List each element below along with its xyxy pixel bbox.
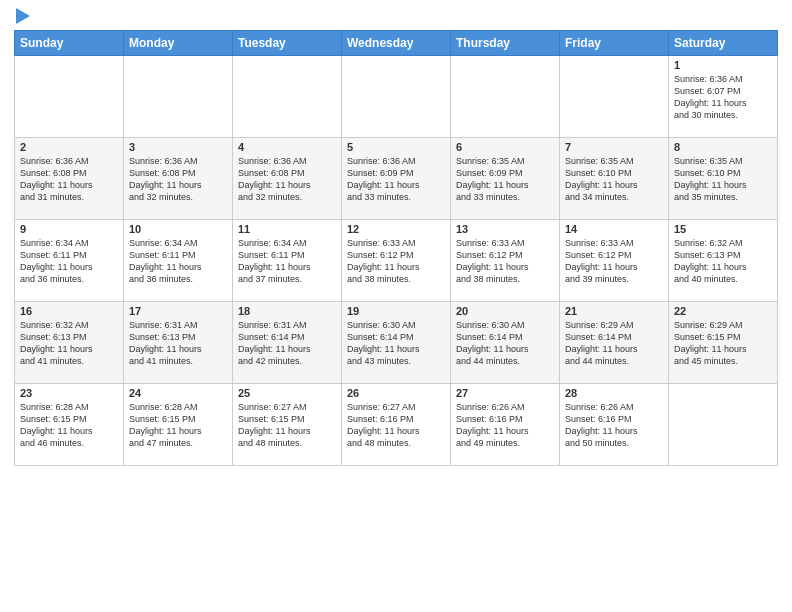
day-info: Sunrise: 6:36 AM Sunset: 6:08 PM Dayligh… xyxy=(20,155,118,204)
day-number: 5 xyxy=(347,141,445,153)
calendar-cell: 27Sunrise: 6:26 AM Sunset: 6:16 PM Dayli… xyxy=(451,384,560,466)
day-info: Sunrise: 6:33 AM Sunset: 6:12 PM Dayligh… xyxy=(456,237,554,286)
day-number: 14 xyxy=(565,223,663,235)
weekday-header-saturday: Saturday xyxy=(669,31,778,56)
calendar-cell: 19Sunrise: 6:30 AM Sunset: 6:14 PM Dayli… xyxy=(342,302,451,384)
day-number: 17 xyxy=(129,305,227,317)
day-number: 21 xyxy=(565,305,663,317)
calendar-cell: 22Sunrise: 6:29 AM Sunset: 6:15 PM Dayli… xyxy=(669,302,778,384)
calendar-cell: 2Sunrise: 6:36 AM Sunset: 6:08 PM Daylig… xyxy=(15,138,124,220)
calendar-cell xyxy=(560,56,669,138)
logo xyxy=(14,10,30,24)
calendar-cell: 25Sunrise: 6:27 AM Sunset: 6:15 PM Dayli… xyxy=(233,384,342,466)
calendar-cell xyxy=(451,56,560,138)
calendar-cell: 18Sunrise: 6:31 AM Sunset: 6:14 PM Dayli… xyxy=(233,302,342,384)
day-number: 1 xyxy=(674,59,772,71)
week-row-2: 9Sunrise: 6:34 AM Sunset: 6:11 PM Daylig… xyxy=(15,220,778,302)
day-info: Sunrise: 6:36 AM Sunset: 6:09 PM Dayligh… xyxy=(347,155,445,204)
calendar-cell xyxy=(342,56,451,138)
calendar-cell: 28Sunrise: 6:26 AM Sunset: 6:16 PM Dayli… xyxy=(560,384,669,466)
day-number: 12 xyxy=(347,223,445,235)
day-info: Sunrise: 6:31 AM Sunset: 6:13 PM Dayligh… xyxy=(129,319,227,368)
day-info: Sunrise: 6:26 AM Sunset: 6:16 PM Dayligh… xyxy=(565,401,663,450)
day-number: 28 xyxy=(565,387,663,399)
header xyxy=(14,10,778,24)
day-number: 11 xyxy=(238,223,336,235)
calendar-cell: 23Sunrise: 6:28 AM Sunset: 6:15 PM Dayli… xyxy=(15,384,124,466)
calendar-cell: 17Sunrise: 6:31 AM Sunset: 6:13 PM Dayli… xyxy=(124,302,233,384)
calendar-cell xyxy=(233,56,342,138)
day-info: Sunrise: 6:32 AM Sunset: 6:13 PM Dayligh… xyxy=(674,237,772,286)
calendar-cell: 4Sunrise: 6:36 AM Sunset: 6:08 PM Daylig… xyxy=(233,138,342,220)
day-number: 24 xyxy=(129,387,227,399)
day-number: 15 xyxy=(674,223,772,235)
day-info: Sunrise: 6:28 AM Sunset: 6:15 PM Dayligh… xyxy=(20,401,118,450)
calendar-cell: 24Sunrise: 6:28 AM Sunset: 6:15 PM Dayli… xyxy=(124,384,233,466)
calendar-cell xyxy=(124,56,233,138)
day-info: Sunrise: 6:27 AM Sunset: 6:15 PM Dayligh… xyxy=(238,401,336,450)
day-info: Sunrise: 6:36 AM Sunset: 6:08 PM Dayligh… xyxy=(129,155,227,204)
calendar-cell: 12Sunrise: 6:33 AM Sunset: 6:12 PM Dayli… xyxy=(342,220,451,302)
day-info: Sunrise: 6:26 AM Sunset: 6:16 PM Dayligh… xyxy=(456,401,554,450)
weekday-header-wednesday: Wednesday xyxy=(342,31,451,56)
calendar-cell: 8Sunrise: 6:35 AM Sunset: 6:10 PM Daylig… xyxy=(669,138,778,220)
calendar-cell: 5Sunrise: 6:36 AM Sunset: 6:09 PM Daylig… xyxy=(342,138,451,220)
page: SundayMondayTuesdayWednesdayThursdayFrid… xyxy=(0,0,792,612)
day-number: 2 xyxy=(20,141,118,153)
calendar-cell: 3Sunrise: 6:36 AM Sunset: 6:08 PM Daylig… xyxy=(124,138,233,220)
day-number: 6 xyxy=(456,141,554,153)
day-number: 8 xyxy=(674,141,772,153)
day-number: 13 xyxy=(456,223,554,235)
week-row-4: 23Sunrise: 6:28 AM Sunset: 6:15 PM Dayli… xyxy=(15,384,778,466)
day-info: Sunrise: 6:33 AM Sunset: 6:12 PM Dayligh… xyxy=(565,237,663,286)
calendar: SundayMondayTuesdayWednesdayThursdayFrid… xyxy=(14,30,778,466)
day-number: 22 xyxy=(674,305,772,317)
day-info: Sunrise: 6:36 AM Sunset: 6:08 PM Dayligh… xyxy=(238,155,336,204)
calendar-cell: 7Sunrise: 6:35 AM Sunset: 6:10 PM Daylig… xyxy=(560,138,669,220)
day-info: Sunrise: 6:35 AM Sunset: 6:10 PM Dayligh… xyxy=(674,155,772,204)
day-number: 18 xyxy=(238,305,336,317)
weekday-header-thursday: Thursday xyxy=(451,31,560,56)
weekday-header-monday: Monday xyxy=(124,31,233,56)
weekday-header-sunday: Sunday xyxy=(15,31,124,56)
day-info: Sunrise: 6:33 AM Sunset: 6:12 PM Dayligh… xyxy=(347,237,445,286)
day-number: 27 xyxy=(456,387,554,399)
day-info: Sunrise: 6:35 AM Sunset: 6:09 PM Dayligh… xyxy=(456,155,554,204)
day-number: 4 xyxy=(238,141,336,153)
calendar-cell: 21Sunrise: 6:29 AM Sunset: 6:14 PM Dayli… xyxy=(560,302,669,384)
calendar-cell: 11Sunrise: 6:34 AM Sunset: 6:11 PM Dayli… xyxy=(233,220,342,302)
calendar-cell: 13Sunrise: 6:33 AM Sunset: 6:12 PM Dayli… xyxy=(451,220,560,302)
weekday-header-row: SundayMondayTuesdayWednesdayThursdayFrid… xyxy=(15,31,778,56)
calendar-cell: 15Sunrise: 6:32 AM Sunset: 6:13 PM Dayli… xyxy=(669,220,778,302)
day-info: Sunrise: 6:28 AM Sunset: 6:15 PM Dayligh… xyxy=(129,401,227,450)
day-number: 9 xyxy=(20,223,118,235)
day-info: Sunrise: 6:30 AM Sunset: 6:14 PM Dayligh… xyxy=(347,319,445,368)
day-number: 3 xyxy=(129,141,227,153)
day-number: 25 xyxy=(238,387,336,399)
calendar-cell: 1Sunrise: 6:36 AM Sunset: 6:07 PM Daylig… xyxy=(669,56,778,138)
weekday-header-tuesday: Tuesday xyxy=(233,31,342,56)
day-info: Sunrise: 6:36 AM Sunset: 6:07 PM Dayligh… xyxy=(674,73,772,122)
day-info: Sunrise: 6:34 AM Sunset: 6:11 PM Dayligh… xyxy=(238,237,336,286)
week-row-1: 2Sunrise: 6:36 AM Sunset: 6:08 PM Daylig… xyxy=(15,138,778,220)
day-info: Sunrise: 6:31 AM Sunset: 6:14 PM Dayligh… xyxy=(238,319,336,368)
calendar-cell xyxy=(669,384,778,466)
logo-arrow-icon xyxy=(16,8,30,24)
calendar-cell: 16Sunrise: 6:32 AM Sunset: 6:13 PM Dayli… xyxy=(15,302,124,384)
day-info: Sunrise: 6:29 AM Sunset: 6:14 PM Dayligh… xyxy=(565,319,663,368)
day-info: Sunrise: 6:29 AM Sunset: 6:15 PM Dayligh… xyxy=(674,319,772,368)
day-number: 7 xyxy=(565,141,663,153)
weekday-header-friday: Friday xyxy=(560,31,669,56)
calendar-cell: 9Sunrise: 6:34 AM Sunset: 6:11 PM Daylig… xyxy=(15,220,124,302)
calendar-cell: 10Sunrise: 6:34 AM Sunset: 6:11 PM Dayli… xyxy=(124,220,233,302)
calendar-cell: 20Sunrise: 6:30 AM Sunset: 6:14 PM Dayli… xyxy=(451,302,560,384)
day-number: 19 xyxy=(347,305,445,317)
day-number: 26 xyxy=(347,387,445,399)
calendar-cell xyxy=(15,56,124,138)
day-info: Sunrise: 6:34 AM Sunset: 6:11 PM Dayligh… xyxy=(20,237,118,286)
day-number: 10 xyxy=(129,223,227,235)
day-info: Sunrise: 6:27 AM Sunset: 6:16 PM Dayligh… xyxy=(347,401,445,450)
day-number: 16 xyxy=(20,305,118,317)
calendar-cell: 14Sunrise: 6:33 AM Sunset: 6:12 PM Dayli… xyxy=(560,220,669,302)
week-row-3: 16Sunrise: 6:32 AM Sunset: 6:13 PM Dayli… xyxy=(15,302,778,384)
